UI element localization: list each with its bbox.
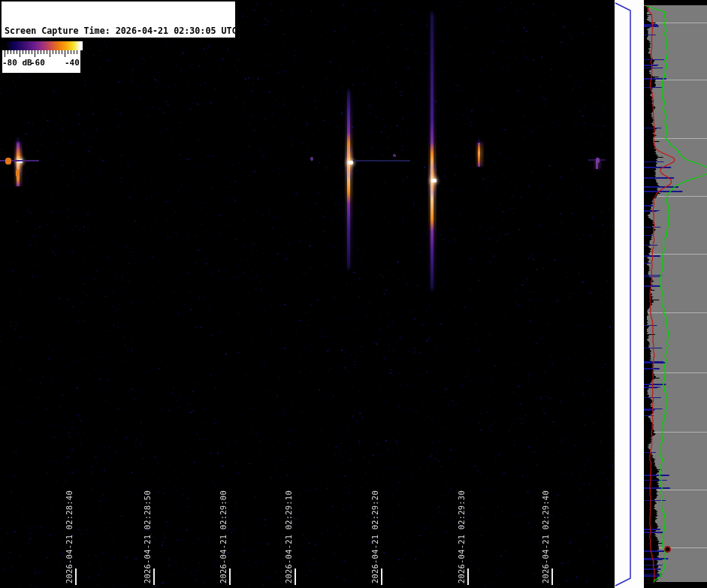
meteor-echo-streak xyxy=(478,137,480,167)
signal-blob xyxy=(5,158,11,164)
spectrum-marker-dot xyxy=(664,546,671,553)
frequency-scale-border-line xyxy=(615,0,644,588)
time-axis-label: 2026-04-21 02:29:20 xyxy=(370,490,379,583)
meteor-echo-streak xyxy=(431,10,434,293)
capture-info-box: Screen Capture Time: 2026-04-21 02:30:05… xyxy=(2,2,235,38)
colorbar-gradient xyxy=(5,41,83,50)
meteor-echo-peak xyxy=(431,179,437,182)
colorbar-label-min: -80 dB xyxy=(2,58,32,68)
colorbar-label-max: -40 xyxy=(65,58,80,68)
spectrogram-screen: 2026-04-21 02:28:402026-04-21 02:28:5020… xyxy=(0,0,707,588)
signal-blob xyxy=(393,154,396,157)
signal-blob xyxy=(596,158,600,163)
signal-blob xyxy=(16,169,20,177)
colorbar-label-mid: -60 xyxy=(30,58,45,68)
time-axis-tick xyxy=(295,568,296,585)
colorbar-scale: -80 dB -60 -40 xyxy=(2,50,80,73)
time-axis-label: 2026-04-21 02:28:50 xyxy=(143,490,152,583)
config-text: Config = V8 xyxy=(5,94,232,105)
time-axis-tick xyxy=(381,568,382,585)
time-axis-label: 2026-04-21 02:29:10 xyxy=(284,490,293,583)
time-axis-label: 2026-04-21 02:29:00 xyxy=(219,490,228,583)
time-axis-label: 2026-04-21 02:29:40 xyxy=(541,490,550,583)
time-axis-tick xyxy=(153,568,155,585)
time-axis-label: 2026-04-21 02:28:40 xyxy=(65,490,74,583)
spectrum-graph-panel xyxy=(644,0,707,588)
colorbar-ticks xyxy=(5,50,78,57)
time-axis-tick xyxy=(467,568,469,585)
carrier-line-segment xyxy=(353,160,410,161)
time-axis-tick xyxy=(75,568,77,585)
time-axis-tick xyxy=(229,568,231,585)
signal-blob xyxy=(310,157,313,161)
time-axis-tick xyxy=(551,568,553,585)
time-axis-label: 2026-04-21 02:29:30 xyxy=(457,490,466,583)
capture-time-text: Screen Capture Time: 2026-04-21 02:30:05… xyxy=(5,26,232,37)
meteor-echo-peak xyxy=(348,161,353,164)
